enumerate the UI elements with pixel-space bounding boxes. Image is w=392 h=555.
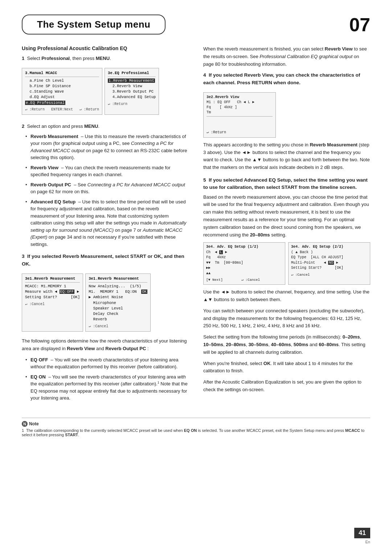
note-item-1: 1 The calibration corresponding to the c…: [22, 428, 370, 437]
step3-sub-bullets: EQ OFF – You will see the reverb charact…: [25, 356, 189, 402]
step-3: 3 If you selected Reverb Measurement, se…: [22, 253, 189, 402]
note-box: N Note 1 The calibration corresponding t…: [22, 418, 370, 437]
step2-text: 2 Select an option and press MENU.: [22, 123, 189, 130]
adv-eq-right: 3e4. Adv. EQ Setup (2/2) ( ▲ Back ) EQ T…: [288, 242, 370, 285]
bullet-reverb-measurement: Reverb Measurement – Use this to measure…: [25, 133, 189, 161]
step5-text4: Select the setting from the following ti…: [203, 333, 370, 356]
title-box: The System Setup menu: [22, 15, 166, 35]
adv-eq-screenshots: 3e4. Adv. EQ Setup (1/2) Ch ◄ L ► Fq 4kH…: [203, 242, 370, 285]
step3-menus: 3e1.Reverb Measurement MCACC: M1.MEMORY …: [22, 271, 189, 335]
step5-text3: You can switch between your connected sp…: [203, 307, 370, 330]
left-column: Using Professional Acoustic Calibration …: [22, 45, 189, 407]
step5-text5: When you're finished, select OK. It will…: [203, 360, 370, 375]
page-container: The System Setup menu 07 Using Professio…: [0, 0, 392, 555]
content-columns: Using Professional Acoustic Calibration …: [22, 45, 370, 407]
step4-lead: 4 If you selected Reverb View, you can c…: [203, 72, 370, 86]
right-intro-text: When the reverb measurement is finished,…: [203, 45, 370, 68]
page-number: 41: [354, 528, 370, 538]
step3-lead: 3 If you selected Reverb Measurement, se…: [22, 253, 189, 268]
reverb-view-screenshot: 3e2.Reverb View M1 : EQ OFF Ch ◄ L ► Fq …: [203, 92, 276, 138]
step1-menus: 3.Manual MCACC a.Fine Ch Level b.Fine SP…: [22, 65, 189, 118]
step5-text1: Based on the reverb measurement above, y…: [203, 194, 370, 239]
bullet-eq-on: EQ ON – You will see the reverb characte…: [25, 373, 189, 402]
section-heading: Using Professional Acoustic Calibration …: [22, 45, 189, 51]
step-1: 1 Select Professional, then press MENU. …: [22, 55, 189, 118]
step4-text1: This appears according to the setting yo…: [203, 141, 370, 171]
chapter-number: 07: [349, 15, 370, 34]
bullet-reverb-view: Reverb View – You can check the reverb m…: [25, 164, 189, 178]
menu-left: 3.Manual MCACC a.Fine Ch Level b.Fine SP…: [22, 68, 102, 115]
page-number-box: 41 En: [354, 528, 370, 544]
right-column: When the reverb measurement is finished,…: [203, 45, 370, 407]
note-icon: N: [22, 421, 28, 427]
note-label: N Note: [22, 421, 370, 427]
note-heading: Note: [29, 421, 39, 426]
bullet-reverb-output: Reverb Output PC – See Connecting a PC f…: [25, 181, 189, 195]
step5-lead: 5 If you selected Advanced EQ Setup, sel…: [203, 177, 370, 191]
page-title: The System Setup menu: [37, 19, 150, 30]
adv-eq-left: 3e4. Adv. EQ Setup (1/2) Ch ◄ L ► Fq 4kH…: [203, 242, 285, 285]
step5-text2: Use the ◄► buttons to select the channel…: [203, 288, 370, 304]
step1-text: 1 Select Professional, then press MENU.: [22, 55, 189, 62]
step3-following-text: The following options determine how the …: [22, 337, 189, 353]
step5-text6: After the Acoustic Calibration Equalizat…: [203, 378, 370, 394]
step-5: 5 If you selected Advanced EQ Setup, sel…: [203, 177, 370, 394]
step-4: 4 If you selected Reverb View, you can c…: [203, 72, 370, 171]
menu-right: 3e.EQ Professional 1.Reverb Measurement …: [105, 68, 159, 115]
step3-menu-right: 3e1.Reverb Measurement Now Analyzing... …: [85, 274, 151, 332]
step2-bullets: Reverb Measurement – Use this to measure…: [25, 133, 189, 248]
page-lang: En: [366, 540, 370, 544]
step-2: 2 Select an option and press MENU. Rever…: [22, 123, 189, 248]
bullet-advanced-eq: Advanced EQ Setup – Use this to select t…: [25, 198, 189, 248]
step3-menu-left: 3e1.Reverb Measurement MCACC: M1.MEMORY …: [22, 274, 83, 332]
bullet-eq-off: EQ OFF – You will see the reverb charact…: [25, 356, 189, 370]
page-header: The System Setup menu 07: [22, 15, 370, 35]
